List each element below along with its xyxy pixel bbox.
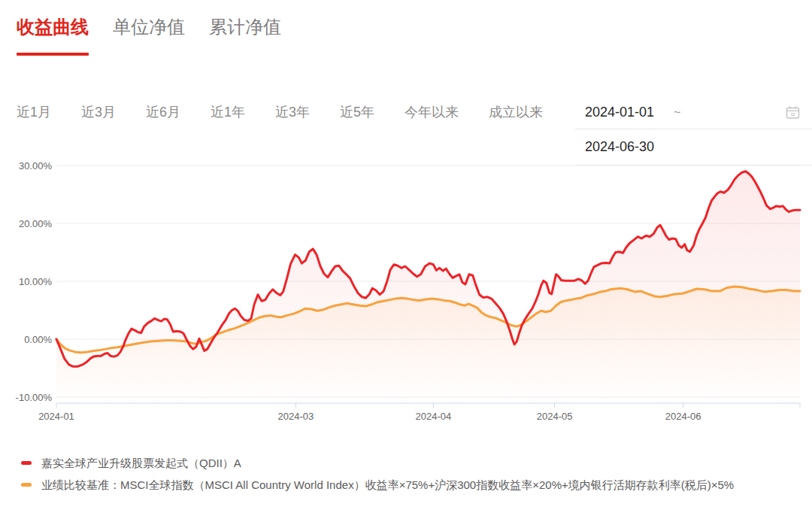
svg-text:-10.00%: -10.00%	[16, 392, 53, 403]
legend-item-benchmark[interactable]: 业绩比较基准：MSCI全球指数（MSCI All Country World I…	[21, 475, 791, 495]
filter-since-inception[interactable]: 成立以来	[489, 103, 543, 121]
fund-series-label: 嘉实全球产业升级股票发起式（QDII）A	[41, 454, 241, 473]
start-date-row: 2024-01-01 ~	[575, 96, 812, 129]
date-range-picker: 2024-01-01 ~ 2024-06-30	[575, 96, 812, 165]
fund-series-swatch	[21, 461, 32, 465]
benchmark-series-label: 业绩比较基准：MSCI全球指数（MSCI All Country World I…	[41, 475, 734, 495]
tab-cumulative-nav[interactable]: 累计净值	[209, 17, 281, 62]
fund-performance-panel: 30.00%20.00%10.00%0.00%-10.00%2024-01202…	[0, 0, 812, 525]
start-date-field[interactable]: 2024-01-01	[585, 105, 654, 120]
time-range-filter: 近1月 近3月 近6月 近1年 近3年 近5年 今年以来 成立以来	[17, 103, 543, 121]
end-date-field[interactable]: 2024-06-30	[585, 139, 654, 155]
filter-1month[interactable]: 近1月	[17, 103, 51, 121]
filter-3year[interactable]: 近3年	[275, 103, 310, 121]
filter-1year[interactable]: 近1年	[211, 103, 245, 121]
svg-text:2024-01: 2024-01	[38, 411, 74, 422]
performance-chart[interactable]: 30.00%20.00%10.00%0.00%-10.00%2024-01202…	[0, 0, 812, 525]
filter-3month[interactable]: 近3月	[81, 103, 116, 121]
legend-item-fund[interactable]: 嘉实全球产业升级股票发起式（QDII）A	[21, 454, 791, 473]
chart-legend: 嘉实全球产业升级股票发起式（QDII）A 业绩比较基准：MSCI全球指数（MSC…	[21, 454, 791, 497]
date-range-separator: ~	[674, 106, 680, 120]
svg-text:30.00%: 30.00%	[19, 160, 53, 171]
tab-unit-nav[interactable]: 单位净值	[113, 17, 185, 62]
filter-5year[interactable]: 近5年	[340, 103, 374, 121]
calendar-icon[interactable]	[786, 105, 800, 120]
svg-text:2024-06: 2024-06	[665, 411, 701, 422]
tab-cumulative-nav-label: 累计净值	[209, 17, 281, 37]
active-tab-underline	[17, 53, 89, 56]
benchmark-series-swatch	[21, 483, 32, 487]
tab-yield-curve-label: 收益曲线	[17, 17, 89, 37]
tab-unit-nav-label: 单位净值	[113, 17, 185, 37]
svg-text:2024-05: 2024-05	[537, 411, 573, 422]
svg-text:20.00%: 20.00%	[19, 218, 53, 229]
svg-text:2024-03: 2024-03	[278, 411, 314, 422]
filter-ytd[interactable]: 今年以来	[404, 103, 459, 121]
svg-text:2024-04: 2024-04	[416, 411, 452, 422]
tab-bar: 收益曲线 单位净值 累计净值	[17, 17, 281, 62]
end-date-row: 2024-06-30	[575, 129, 812, 165]
tab-yield-curve[interactable]: 收益曲线	[17, 17, 89, 62]
svg-text:0.00%: 0.00%	[24, 334, 52, 345]
svg-text:10.00%: 10.00%	[19, 276, 53, 287]
filter-6month[interactable]: 近6月	[146, 103, 180, 121]
